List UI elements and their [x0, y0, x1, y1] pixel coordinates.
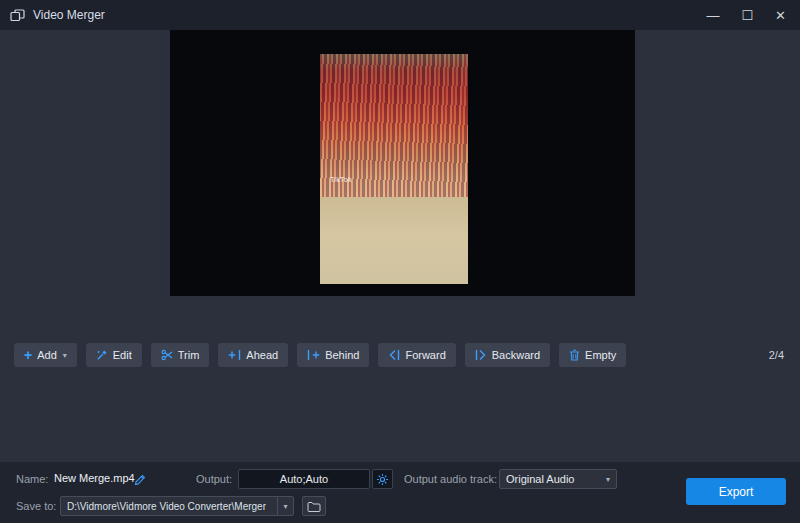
output-settings-button[interactable] [372, 469, 393, 489]
clip-toolbar: + Add ▾ Edit Trim Ahead Behind Forward B… [14, 342, 784, 368]
ahead-button[interactable]: Ahead [218, 343, 288, 367]
save-path-dropdown[interactable]: D:\Vidmore\Vidmore Video Converter\Merge… [60, 496, 294, 516]
audio-track-value: Original Audio [506, 473, 575, 485]
video-content-bottom [320, 197, 468, 284]
footer-bar: Name: New Merge.mp4 Output: Auto;Auto Ou… [0, 462, 800, 523]
minimize-button[interactable]: — [706, 9, 719, 22]
move-forward-icon [388, 349, 400, 361]
tiktok-watermark: TikTok [330, 176, 352, 183]
window-controls: — ☐ ✕ [706, 9, 790, 22]
output-label: Output: [196, 473, 232, 485]
folder-icon [307, 501, 321, 512]
transport-controls: 00:00:41.06/00:08:43.10 [0, 296, 800, 340]
audio-track-dropdown[interactable]: Original Audio ▾ [499, 469, 617, 489]
save-path-value: D:\Vidmore\Vidmore Video Converter\Merge… [67, 501, 266, 512]
audio-track-label: Output audio track: [404, 473, 497, 485]
chevron-down-icon: ▾ [63, 351, 67, 360]
move-backward-icon [475, 349, 487, 361]
merger-app-icon [10, 9, 25, 22]
forward-label: Forward [405, 349, 445, 361]
forward-button[interactable]: Forward [378, 343, 455, 367]
rename-button[interactable] [134, 472, 146, 490]
behind-label: Behind [325, 349, 359, 361]
empty-label: Empty [585, 349, 616, 361]
name-label: Name: [16, 473, 48, 485]
clip-counter: 2/4 [769, 349, 784, 361]
trash-icon [569, 349, 580, 361]
save-to-label: Save to: [16, 500, 56, 512]
preview-area: TikTok [170, 30, 635, 296]
behind-button[interactable]: Behind [297, 343, 369, 367]
titlebar: Video Merger — ☐ ✕ [0, 0, 800, 30]
close-button[interactable]: ✕ [775, 9, 786, 22]
wand-icon [96, 349, 108, 361]
edit-button[interactable]: Edit [86, 343, 142, 367]
export-button[interactable]: Export [686, 478, 786, 505]
trim-label: Trim [178, 349, 200, 361]
output-format-field[interactable]: Auto;Auto [238, 469, 370, 489]
trim-button[interactable]: Trim [151, 343, 210, 367]
browse-folder-button[interactable] [302, 496, 326, 516]
export-label: Export [719, 485, 754, 499]
maximize-button[interactable]: ☐ [741, 9, 753, 22]
scissors-icon [161, 349, 173, 361]
chevron-down-icon: ▾ [606, 475, 610, 484]
backward-label: Backward [492, 349, 540, 361]
output-format-value: Auto;Auto [280, 473, 328, 485]
video-frame: TikTok [320, 54, 468, 284]
add-label: Add [37, 349, 57, 361]
gear-icon [376, 473, 389, 486]
ahead-label: Ahead [246, 349, 278, 361]
output-name-value: New Merge.mp4 [54, 472, 135, 484]
plus-icon: + [24, 348, 32, 362]
backward-button[interactable]: Backward [465, 343, 550, 367]
window-title: Video Merger [33, 8, 105, 22]
pencil-icon [134, 474, 146, 486]
chevron-down-icon: ▾ [277, 497, 293, 515]
add-button[interactable]: + Add ▾ [14, 343, 77, 367]
timeline-strip: 00:03:02 + [0, 370, 800, 462]
edit-label: Edit [113, 349, 132, 361]
empty-button[interactable]: Empty [559, 343, 626, 367]
video-merger-window: { "colors": { "accent": "#2f9fff", "anno… [0, 0, 800, 523]
insert-behind-icon [307, 349, 320, 361]
insert-ahead-icon [228, 349, 241, 361]
